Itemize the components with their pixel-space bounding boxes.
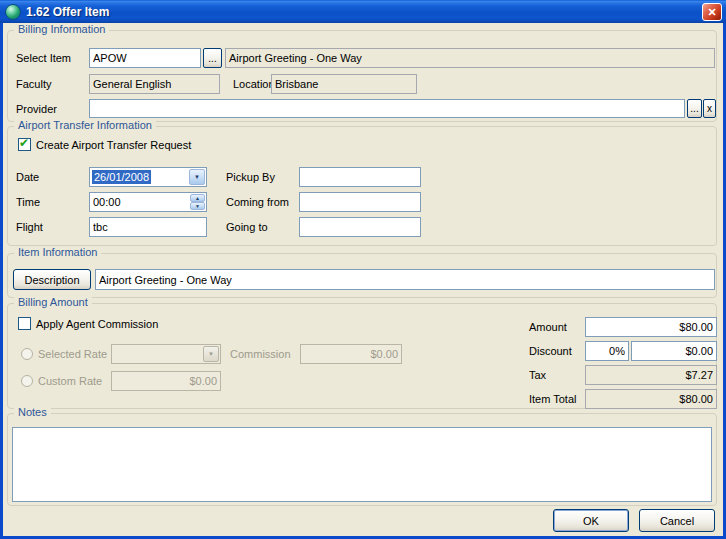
select-item-browse-button[interactable]: ... <box>203 48 222 68</box>
time-input[interactable] <box>90 193 190 211</box>
spin-up-icon: ▲ <box>195 195 200 201</box>
transfer-info-legend: Airport Transfer Information <box>14 119 156 131</box>
select-item-label: Select Item <box>16 48 71 68</box>
app-icon <box>5 4 21 20</box>
apply-commission-checkbox[interactable]: ✔ <box>18 317 31 330</box>
item-total-label: Item Total <box>529 389 577 409</box>
custom-rate-label: Custom Rate <box>38 371 102 391</box>
close-button[interactable]: ✕ <box>702 3 722 21</box>
discount-amount-input[interactable] <box>631 341 717 361</box>
coming-from-input[interactable] <box>299 192 421 212</box>
spin-down-icon: ▼ <box>195 203 200 209</box>
description-button[interactable]: Description <box>13 269 91 290</box>
tax-field: $7.27 <box>585 365 717 385</box>
window-title: 1.62 Offer Item <box>26 5 109 19</box>
tax-label: Tax <box>529 365 546 385</box>
description-input[interactable] <box>95 269 715 290</box>
ok-button[interactable]: OK <box>553 509 629 532</box>
amount-label: Amount <box>529 317 567 337</box>
date-combobox[interactable]: 26/01/2008 ▼ <box>89 167 207 187</box>
notes-legend: Notes <box>14 406 51 418</box>
create-transfer-label: Create Airport Transfer Request <box>36 135 191 155</box>
pickup-by-label: Pickup By <box>226 167 275 187</box>
item-info-legend: Item Information <box>14 246 101 258</box>
provider-clear-button[interactable]: x <box>703 99 716 118</box>
offer-item-dialog: 1.62 Offer Item ✕ Billing Information Se… <box>0 0 726 539</box>
faculty-label: Faculty <box>16 74 51 94</box>
selected-rate-radio <box>21 348 33 360</box>
apply-commission-label: Apply Agent Commission <box>36 314 158 334</box>
date-label: Date <box>16 167 39 187</box>
provider-label: Provider <box>16 99 57 119</box>
location-label: Location <box>233 74 275 94</box>
custom-rate-input: $0.00 <box>111 371 221 391</box>
item-total-field: $80.00 <box>585 389 717 409</box>
transfer-info-group: Airport Transfer Information ✔ Create Ai… <box>7 126 717 246</box>
chevron-down-icon: ▼ <box>203 346 219 362</box>
select-item-input[interactable] <box>89 48 201 68</box>
flight-label: Flight <box>16 217 43 237</box>
going-to-label: Going to <box>226 217 268 237</box>
flight-input[interactable] <box>89 217 207 237</box>
provider-input[interactable] <box>89 99 685 118</box>
chevron-down-icon: ▼ <box>194 174 200 180</box>
item-description-field: Airport Greeting - One Way <box>225 48 715 68</box>
billing-info-legend: Billing Information <box>14 23 109 35</box>
cancel-button[interactable]: Cancel <box>639 509 715 532</box>
billing-info-group: Billing Information Select Item ... Airp… <box>7 30 717 122</box>
create-transfer-checkbox[interactable]: ✔ <box>18 138 31 151</box>
notes-textarea[interactable] <box>12 427 712 502</box>
billing-amount-legend: Billing Amount <box>14 296 92 308</box>
selected-rate-label: Selected Rate <box>38 344 107 364</box>
time-spin-up-button[interactable]: ▲ <box>190 194 205 202</box>
provider-browse-button[interactable]: ... <box>687 99 702 118</box>
faculty-field: General English <box>89 74 220 94</box>
pickup-by-input[interactable] <box>299 167 421 187</box>
going-to-input[interactable] <box>299 217 421 237</box>
date-value: 26/01/2008 <box>92 170 151 184</box>
amount-input[interactable] <box>585 317 717 337</box>
commission-input: $0.00 <box>300 344 402 364</box>
selected-rate-combobox: ▼ <box>111 344 221 364</box>
title-bar: 1.62 Offer Item ✕ <box>0 0 726 23</box>
time-label: Time <box>16 192 40 212</box>
location-field: Brisbane <box>271 74 417 94</box>
date-dropdown-button[interactable]: ▼ <box>189 169 205 185</box>
dialog-content: Billing Information Select Item ... Airp… <box>3 23 723 536</box>
time-spin-down-button[interactable]: ▼ <box>190 202 205 210</box>
discount-percent-input[interactable] <box>585 341 629 361</box>
close-icon: ✕ <box>707 6 716 18</box>
discount-label: Discount <box>529 341 572 361</box>
coming-from-label: Coming from <box>226 192 289 212</box>
billing-amount-group: Billing Amount ✔ Apply Agent Commission … <box>7 303 717 409</box>
check-icon: ✔ <box>19 137 29 149</box>
notes-group: Notes <box>7 413 717 506</box>
commission-label: Commission <box>230 344 291 364</box>
custom-rate-radio <box>21 375 33 387</box>
time-spinner[interactable]: ▲ ▼ <box>89 192 207 212</box>
item-info-group: Item Information Description <box>7 253 717 298</box>
